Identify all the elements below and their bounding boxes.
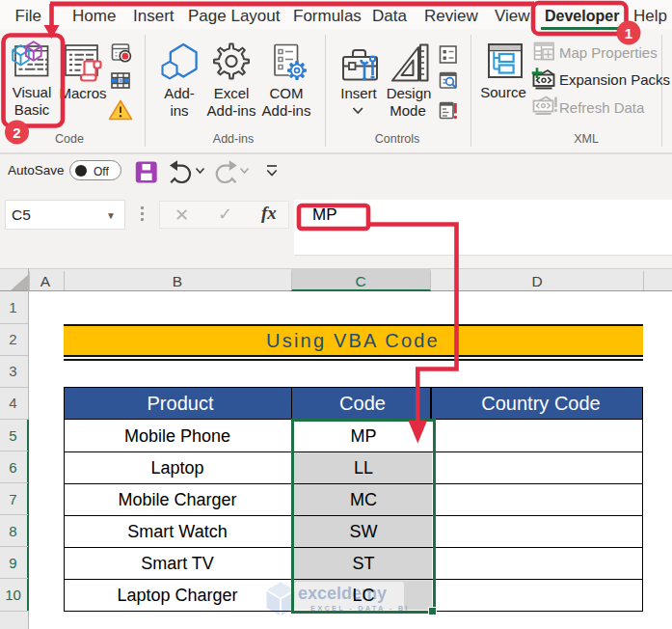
svg-text:1: 1 xyxy=(625,25,632,41)
svg-text:2: 2 xyxy=(13,124,20,141)
